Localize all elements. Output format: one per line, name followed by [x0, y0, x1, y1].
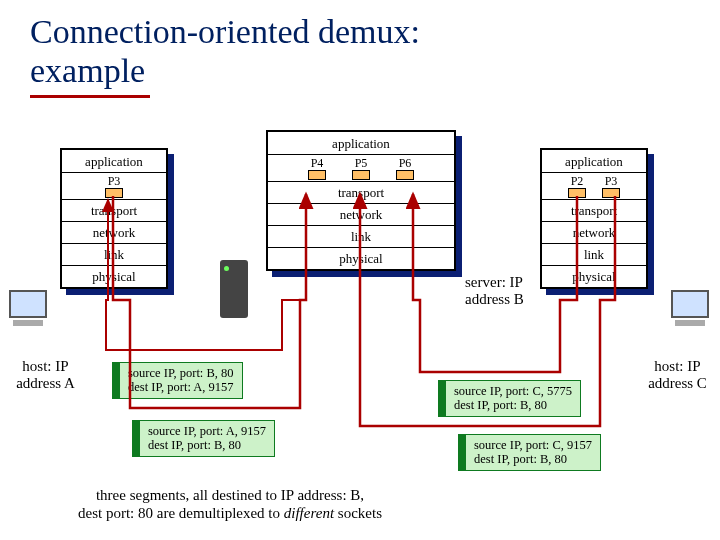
layer-physical: physical: [542, 265, 646, 287]
packet-a-to-b: source IP, port: A, 9157 dest IP, port: …: [132, 420, 275, 457]
socket-icon: [352, 170, 370, 180]
host-c-label: host: IP address C: [640, 358, 715, 393]
server-b-process-row: P4 P5 P6: [268, 154, 454, 181]
slide-root: Connection-oriented demux: example appli…: [0, 0, 720, 540]
layer-link: link: [268, 225, 454, 247]
proc-p6: P6: [393, 157, 417, 180]
layer-application: application: [62, 150, 166, 172]
layer-transport: transport: [268, 181, 454, 203]
title-line-1: Connection-oriented demux:: [30, 13, 420, 50]
server-b-label: server: IP address B: [465, 274, 545, 309]
layer-transport: transport: [62, 199, 166, 221]
demux-caption: three segments, all destined to IP addre…: [40, 486, 420, 522]
packet-b-to-a: source IP, port: B, 80 dest IP, port: A,…: [112, 362, 243, 399]
packet-c-to-b-2: source IP, port: C, 9157 dest IP, port: …: [458, 434, 601, 471]
socket-icon: [568, 188, 586, 198]
proc-p5: P5: [349, 157, 373, 180]
layer-physical: physical: [62, 265, 166, 287]
socket-icon: [602, 188, 620, 198]
socket-icon: [308, 170, 326, 180]
slide-title: Connection-oriented demux: example: [30, 12, 670, 90]
title-line-2: example: [30, 52, 145, 89]
title-underline: [30, 95, 150, 98]
host-c-process-row: P2 P3: [542, 172, 646, 199]
layer-network: network: [62, 221, 166, 243]
host-c-computer-icon: [668, 290, 712, 330]
proc-p2: P2: [565, 175, 589, 198]
host-c-stack: application P2 P3 transport network link…: [540, 148, 648, 289]
layer-link: link: [542, 243, 646, 265]
layer-link: link: [62, 243, 166, 265]
host-a-process-row: P3: [62, 172, 166, 199]
proc-p4: P4: [305, 157, 329, 180]
layer-physical: physical: [268, 247, 454, 269]
proc-p3-c: P3: [599, 175, 623, 198]
host-a-label: host: IP address A: [8, 358, 83, 393]
layer-network: network: [268, 203, 454, 225]
layer-network: network: [542, 221, 646, 243]
layer-application: application: [565, 154, 623, 169]
host-a-computer-icon: [6, 290, 50, 330]
server-b-icon: [220, 260, 248, 318]
packet-c-to-b-1: source IP, port: C, 5775 dest IP, port: …: [438, 380, 581, 417]
host-a-stack: application P3 transport network link ph…: [60, 148, 168, 289]
socket-icon: [396, 170, 414, 180]
layer-application: application: [268, 132, 454, 154]
proc-p3-a: P3: [102, 175, 126, 198]
socket-icon: [105, 188, 123, 198]
server-b-stack: application P4 P5 P6 transport network l…: [266, 130, 456, 271]
layer-transport: transport: [542, 199, 646, 221]
